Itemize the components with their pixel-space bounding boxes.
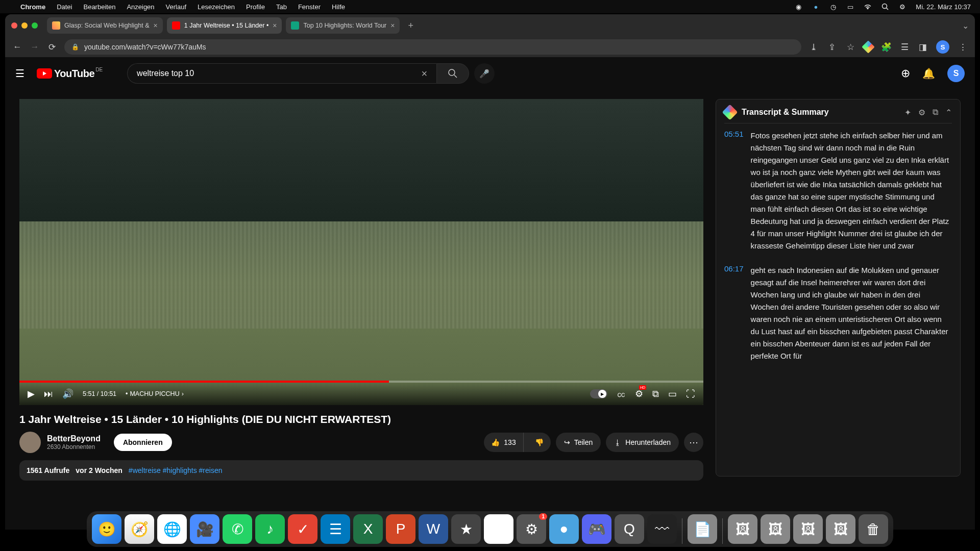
dock-todoist[interactable]: ✓: [288, 514, 317, 544]
tab-glasp[interactable]: Glasp: Social Web Highlight & ×: [47, 17, 163, 34]
search-button[interactable]: [436, 63, 469, 84]
menu-tab[interactable]: Tab: [276, 3, 287, 11]
youtube-logo[interactable]: YouTube DE: [37, 68, 94, 80]
side-panel-icon[interactable]: ◨: [918, 42, 928, 52]
menu-anzeigen[interactable]: Anzeigen: [127, 3, 154, 11]
transcript-entry[interactable]: 06:17 geht es nach Indonesien auf die Mo…: [724, 264, 950, 362]
dock-whatsapp[interactable]: ✆: [223, 514, 252, 544]
close-tab-icon[interactable]: ×: [273, 21, 277, 30]
close-window-button[interactable]: [11, 22, 17, 29]
timestamp[interactable]: 05:51: [724, 130, 744, 252]
bookmark-icon[interactable]: ☆: [845, 42, 855, 52]
extensions-icon[interactable]: 🧩: [881, 42, 891, 52]
wifi-icon[interactable]: [864, 3, 872, 11]
menu-fenster[interactable]: Fenster: [298, 3, 321, 11]
dock-folder-4[interactable]: 🖼: [826, 514, 855, 544]
back-button[interactable]: ←: [12, 42, 22, 52]
dock-folder-2[interactable]: 🖼: [761, 514, 790, 544]
transcript-entry[interactable]: 05:51 Fotos gesehen jetzt stehe ich einf…: [724, 130, 950, 252]
video-player[interactable]: ▶ ⏭ 🔊 5:51 / 10:51 • MACHU PICCHU › ㏄ ⚙: [19, 99, 703, 405]
app-name[interactable]: Chrome: [20, 3, 45, 11]
menu-lesezeichen[interactable]: Lesezeichen: [198, 3, 235, 11]
record-icon[interactable]: ◉: [794, 3, 802, 11]
tab-highlights[interactable]: Top 10 Highlights: World Tour ×: [286, 17, 400, 34]
chrome-menu-icon[interactable]: ⋮: [958, 42, 968, 52]
status-circle-icon[interactable]: ●: [812, 3, 820, 11]
dock-trello[interactable]: ☰: [321, 514, 350, 544]
more-actions-button[interactable]: ⋯: [684, 433, 703, 452]
dock-zoom[interactable]: 🎥: [190, 514, 219, 544]
dock-drive[interactable]: △: [484, 514, 513, 544]
autoplay-toggle[interactable]: [590, 389, 607, 398]
dock-app-1[interactable]: ●: [549, 514, 579, 544]
menu-profile[interactable]: Profile: [246, 3, 265, 11]
subtitles-button[interactable]: ㏄: [617, 388, 626, 400]
search-icon[interactable]: [881, 3, 889, 11]
timestamp[interactable]: 06:17: [724, 264, 744, 362]
play-button[interactable]: ▶: [28, 388, 35, 399]
dock-folder-1[interactable]: 🖼: [728, 514, 757, 544]
notifications-button[interactable]: 🔔: [922, 67, 935, 80]
glasp-extension-icon[interactable]: [862, 40, 874, 53]
dock-quicktime[interactable]: Q: [615, 514, 644, 544]
tab-list-button[interactable]: ⌄: [962, 21, 969, 31]
dock-excel[interactable]: X: [353, 514, 383, 544]
maximize-window-button[interactable]: [32, 22, 38, 29]
minimize-window-button[interactable]: [21, 22, 28, 29]
hashtags[interactable]: #weltreise #highlights #reisen: [129, 466, 223, 474]
dock-spotify[interactable]: ♪: [255, 514, 285, 544]
voice-search-button[interactable]: 🎤: [474, 63, 495, 84]
like-button[interactable]: 👍 133: [484, 433, 523, 452]
chapter-button[interactable]: • MACHU PICCHU ›: [126, 390, 184, 397]
clock-icon[interactable]: ◷: [829, 3, 837, 11]
reload-button[interactable]: ⟳: [47, 42, 57, 52]
menu-hilfe[interactable]: Hilfe: [332, 3, 345, 11]
new-tab-button[interactable]: +: [404, 20, 418, 31]
battery-icon[interactable]: ▭: [846, 3, 854, 11]
next-button[interactable]: ⏭: [44, 389, 53, 399]
dock-discord[interactable]: 🎮: [582, 514, 611, 544]
share-icon[interactable]: ⇪: [827, 42, 837, 52]
copy-icon[interactable]: ⧉: [933, 108, 938, 117]
theater-button[interactable]: ▭: [668, 388, 677, 399]
forward-button[interactable]: →: [30, 42, 40, 52]
settings-button[interactable]: ⚙HD: [635, 388, 643, 399]
create-button[interactable]: ⊕: [901, 67, 910, 80]
subscribe-button[interactable]: Abonnieren: [114, 434, 172, 451]
miniplayer-button[interactable]: ⧉: [652, 389, 659, 399]
tab-youtube[interactable]: 1 Jahr Weltreise • 15 Länder • ×: [167, 17, 282, 34]
dock-word[interactable]: W: [419, 514, 448, 544]
dock-settings[interactable]: ⚙1: [517, 514, 546, 544]
description-box[interactable]: 1561 Aufrufe vor 2 Wochen #weltreise #hi…: [19, 460, 703, 481]
close-tab-icon[interactable]: ×: [154, 21, 158, 30]
channel-name[interactable]: BetterBeyond: [47, 434, 101, 443]
close-tab-icon[interactable]: ×: [390, 21, 395, 30]
profile-avatar[interactable]: S: [936, 40, 949, 54]
menu-datei[interactable]: Datei: [57, 3, 72, 11]
datetime[interactable]: Mi. 22. März 10:37: [916, 3, 971, 11]
fullscreen-button[interactable]: ⛶: [686, 389, 695, 399]
dock-imovie[interactable]: ★: [451, 514, 481, 544]
download-button[interactable]: ⭳ Herunterladen: [606, 433, 679, 452]
control-center-icon[interactable]: ⚙: [898, 3, 906, 11]
dislike-button[interactable]: 👎: [528, 438, 551, 446]
account-avatar[interactable]: S: [947, 65, 965, 82]
dock-trash[interactable]: 🗑: [859, 514, 888, 544]
guide-menu-button[interactable]: ☰: [15, 67, 24, 80]
install-app-icon[interactable]: ⤓: [808, 42, 819, 52]
dock-safari[interactable]: 🧭: [125, 514, 154, 544]
reading-list-icon[interactable]: ☰: [899, 42, 910, 52]
dock-app-2[interactable]: 📄: [688, 514, 717, 544]
dock-powerpoint[interactable]: P: [386, 514, 415, 544]
clear-search-icon[interactable]: ×: [421, 68, 427, 80]
settings-icon[interactable]: ⚙: [918, 108, 925, 117]
search-input[interactable]: weltreise top 10 ×: [127, 63, 436, 84]
transcript-body[interactable]: 05:51 Fotos gesehen jetzt stehe ich einf…: [724, 123, 952, 476]
dock-finder[interactable]: 🙂: [92, 514, 121, 544]
dock-folder-3[interactable]: 🖼: [793, 514, 823, 544]
url-input[interactable]: 🔒 youtube.com/watch?v=cWw77k7auMs: [64, 39, 801, 55]
dock-chrome[interactable]: 🌐: [157, 514, 187, 544]
channel-avatar[interactable]: [19, 432, 41, 453]
dock-voice-memos[interactable]: 〰: [647, 514, 677, 544]
ai-summary-icon[interactable]: ✦: [904, 108, 911, 117]
